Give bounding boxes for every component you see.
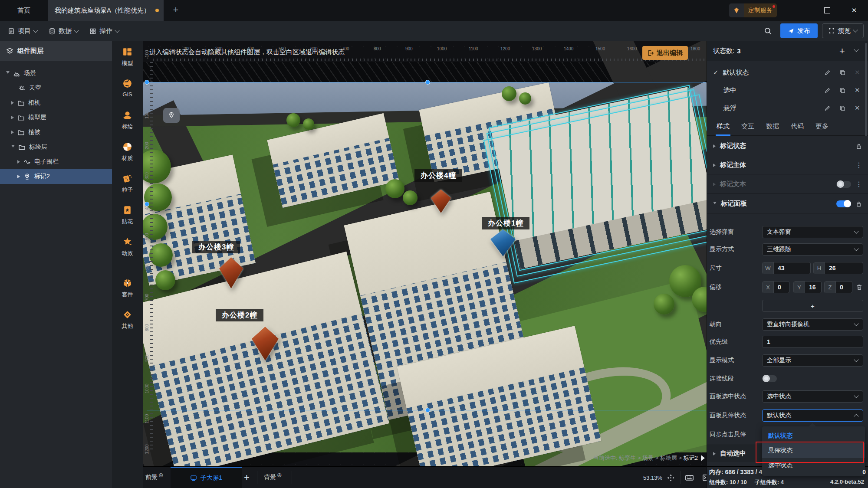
tree-collapse-icon[interactable] (17, 160, 20, 164)
tab-interaction[interactable]: 交互 (741, 117, 754, 136)
tree-item-vegetation[interactable]: 植被 (0, 125, 112, 140)
offset-y-input[interactable]: Y16 (793, 281, 822, 293)
tool-animation[interactable]: 动效 (112, 236, 143, 268)
marker-panel-toggle[interactable] (836, 200, 851, 207)
selection-handle[interactable] (425, 408, 430, 413)
background-label[interactable]: 背景 ⊕ (264, 467, 282, 488)
tool-particle[interactable]: 粒子 (112, 173, 143, 205)
tree-collapse-icon[interactable] (11, 101, 14, 105)
edit-icon[interactable] (824, 105, 831, 111)
new-tab-button[interactable]: + (169, 3, 182, 16)
copy-icon[interactable] (839, 105, 846, 111)
tab-home[interactable]: 首页 (0, 0, 48, 21)
tool-model[interactable]: 模型 (112, 46, 143, 78)
state-row-default[interactable]: ✓ 默认状态 ✕ (707, 64, 868, 81)
tree-collapse-icon[interactable] (11, 131, 14, 134)
tab-style[interactable]: 样式 (717, 117, 730, 136)
maximize-button[interactable] (822, 5, 833, 16)
building-label[interactable]: 办公楼3幢 (192, 241, 240, 253)
state-row-hover[interactable]: 悬浮 ✕ (707, 99, 868, 117)
dropdown-option-default[interactable]: 默认状态 (762, 429, 865, 443)
building-label[interactable]: 办公楼1幢 (482, 217, 529, 229)
selection-handle[interactable] (145, 80, 149, 85)
tree-item-camera[interactable]: 相机 (0, 95, 112, 110)
kebab-menu-icon[interactable]: ⋮ (855, 180, 862, 188)
tool-material[interactable]: 材质 (112, 141, 143, 173)
priority-input[interactable]: 1 (762, 336, 863, 348)
tree-collapse-icon[interactable] (17, 175, 20, 178)
zoom-level[interactable]: 53.13% (643, 467, 662, 488)
building-label[interactable]: 办公楼2幢 (216, 309, 263, 321)
tree-item-plot-layer[interactable]: 标绘层 (0, 140, 112, 154)
add-screen-button[interactable]: + (244, 467, 250, 488)
marker-red[interactable] (252, 327, 279, 360)
popup-select[interactable]: 文本弹窗 (762, 226, 863, 238)
menu-action[interactable]: 操作 (89, 21, 119, 41)
minimize-button[interactable]: ─ (795, 5, 806, 16)
tab-more[interactable]: 更多 (815, 117, 829, 136)
add-circle-icon[interactable]: ⊕ (158, 472, 164, 478)
section-marker-body[interactable]: 标记主体 ⋮ (707, 156, 868, 174)
foreground-label[interactable]: 前景 ⊕ (145, 467, 164, 488)
orientation-select[interactable]: 垂直转向摄像机 (762, 318, 863, 331)
tab-document[interactable]: 我的建筑底座场景A（性能优先） (48, 0, 164, 21)
lock-icon[interactable] (855, 143, 862, 150)
marker-red[interactable] (219, 257, 243, 288)
section-marker-text[interactable]: 标记文本 ⋮ (707, 175, 868, 193)
edit-icon[interactable] (824, 87, 831, 94)
link-line-toggle[interactable] (762, 375, 777, 382)
lock-icon[interactable] (855, 200, 862, 207)
delete-icon[interactable]: ✕ (855, 104, 860, 112)
offset-z-input[interactable]: Z0 (824, 281, 852, 293)
height-input[interactable]: H26 (813, 262, 863, 274)
panel-hover-select[interactable]: 默认状态 (762, 409, 863, 422)
tool-plot[interactable]: 标绘 (112, 110, 143, 141)
state-row-selected[interactable]: 选中 ✕ (707, 82, 868, 99)
publish-button[interactable]: 发布 (780, 23, 818, 38)
tree-item-electronic-fence[interactable]: 电子围栏 (0, 154, 112, 169)
location-chip[interactable] (163, 108, 180, 123)
preview-button[interactable]: 预览 (822, 23, 864, 38)
tool-other[interactable]: 其他 (112, 309, 143, 341)
marker-blue[interactable] (490, 229, 516, 256)
building-label[interactable]: 办公楼4幢 (414, 169, 462, 182)
tree-item-scene[interactable]: 场景 (0, 66, 112, 81)
menu-project[interactable]: 项目 (8, 21, 37, 41)
section-expand-icon[interactable] (713, 202, 717, 206)
tab-code[interactable]: 代码 (791, 117, 804, 136)
section-collapse-icon[interactable] (713, 164, 716, 167)
tab-data[interactable]: 数据 (766, 117, 779, 136)
edit-icon[interactable] (824, 69, 831, 76)
tool-gis[interactable]: GIS (112, 78, 143, 110)
display-select[interactable]: 三维跟随 (762, 243, 863, 255)
selection-handle[interactable] (145, 202, 149, 206)
add-circle-icon[interactable]: ⊕ (277, 472, 282, 478)
tool-decal[interactable]: 贴花 (112, 205, 143, 236)
exit-edit-button[interactable]: 退出编辑 (642, 46, 688, 60)
marker-red[interactable] (431, 190, 451, 213)
screen-tab[interactable]: 子大屏1 (171, 467, 242, 488)
menu-data[interactable]: 数据 (49, 21, 78, 41)
panel-scrollbar[interactable] (865, 43, 867, 136)
shortcut-keys-button[interactable] (685, 467, 694, 488)
add-state-button[interactable]: + (839, 46, 845, 57)
tool-kit[interactable]: 套件 (112, 278, 143, 309)
kebab-menu-icon[interactable]: ⋮ (855, 161, 862, 169)
viewport-canvas[interactable]: 办公楼3幢 办公楼2幢 办公楼4幢 办公楼1幢 2003004005006007… (143, 41, 707, 466)
copy-icon[interactable] (839, 87, 846, 94)
tree-collapse-icon[interactable] (11, 116, 14, 119)
panel-selected-select[interactable]: 选中状态 (762, 390, 863, 403)
fit-view-button[interactable] (667, 467, 675, 488)
tree-item-sky[interactable]: 天空 (0, 81, 112, 95)
tree-expand-icon[interactable] (6, 71, 10, 75)
tree-item-model-layer[interactable]: 模型层 (0, 110, 112, 125)
selection-handle[interactable] (425, 80, 430, 85)
section-marker-panel[interactable]: 标记面板 (707, 194, 868, 213)
close-button[interactable]: ✕ (848, 5, 860, 16)
section-marker-state[interactable]: 标记状态 (707, 137, 868, 155)
show-mode-select[interactable]: 全部显示 (762, 354, 863, 367)
section-collapse-icon[interactable] (713, 183, 716, 186)
section-collapse-icon[interactable] (713, 144, 716, 148)
offset-x-input[interactable]: X0 (762, 281, 789, 293)
width-input[interactable]: W43 (762, 262, 811, 274)
